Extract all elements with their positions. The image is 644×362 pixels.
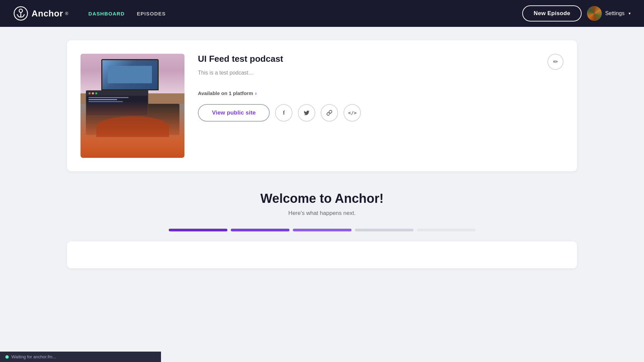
view-public-button[interactable]: View public site bbox=[198, 104, 270, 122]
nav-right: New Episode Settings ▾ bbox=[522, 5, 631, 21]
facebook-button[interactable]: f bbox=[275, 104, 292, 122]
link-button[interactable] bbox=[321, 104, 338, 122]
welcome-subtitle: Here's what happens next. bbox=[67, 210, 577, 217]
platform-text: Available on 1 platform bbox=[198, 90, 253, 96]
welcome-section: Welcome to Anchor! Here's what happens n… bbox=[67, 171, 577, 278]
navbar: Anchor ® DASHBOARD EPISODES New Episode … bbox=[0, 0, 644, 27]
status-dot bbox=[5, 355, 9, 359]
logo-registered: ® bbox=[65, 11, 68, 16]
facebook-icon: f bbox=[283, 110, 285, 116]
code-icon: </> bbox=[348, 110, 357, 116]
action-row: View public site f </> bbox=[198, 104, 564, 122]
avatar-image bbox=[587, 6, 602, 21]
welcome-title: Welcome to Anchor! bbox=[67, 191, 577, 206]
embed-button[interactable]: </> bbox=[343, 104, 361, 122]
logo[interactable]: Anchor ® bbox=[13, 6, 68, 21]
bottom-card bbox=[67, 241, 577, 268]
progress-steps bbox=[67, 229, 577, 231]
progress-step-3 bbox=[293, 229, 352, 231]
new-episode-button[interactable]: New Episode bbox=[522, 5, 582, 21]
nav-links: DASHBOARD EPISODES bbox=[89, 11, 509, 16]
progress-step-1 bbox=[169, 229, 227, 231]
podcast-description: This is a test podcast… bbox=[198, 69, 564, 77]
status-text: Waiting for anchor.fm... bbox=[11, 354, 56, 359]
settings-area[interactable]: Settings ▾ bbox=[587, 6, 631, 21]
platform-chevron-icon: › bbox=[255, 91, 257, 96]
progress-step-2 bbox=[231, 229, 289, 231]
main-content: ✏ UI Feed test podcast This is a test po… bbox=[0, 27, 644, 292]
chevron-down-icon: ▾ bbox=[629, 11, 631, 16]
twitter-icon bbox=[304, 110, 310, 116]
logo-text: Anchor bbox=[32, 8, 63, 19]
podcast-image bbox=[80, 54, 184, 158]
nav-episodes[interactable]: EPISODES bbox=[137, 11, 166, 16]
svg-point-1 bbox=[19, 9, 22, 12]
podcast-info: ✏ UI Feed test podcast This is a test po… bbox=[198, 54, 564, 122]
anchor-logo-icon bbox=[13, 6, 28, 21]
edit-button[interactable]: ✏ bbox=[547, 54, 564, 70]
avatar bbox=[587, 6, 602, 21]
link-icon bbox=[326, 110, 332, 116]
progress-step-5 bbox=[417, 229, 476, 231]
platform-link[interactable]: Available on 1 platform › bbox=[198, 90, 564, 96]
nav-dashboard[interactable]: DASHBOARD bbox=[89, 11, 125, 16]
settings-label: Settings bbox=[605, 10, 625, 16]
podcast-card: ✏ UI Feed test podcast This is a test po… bbox=[67, 40, 577, 171]
status-bar: Waiting for anchor.fm... bbox=[0, 352, 161, 362]
twitter-button[interactable] bbox=[298, 104, 315, 122]
progress-step-4 bbox=[355, 229, 414, 231]
edit-icon: ✏ bbox=[553, 58, 558, 65]
podcast-title: UI Feed test podcast bbox=[198, 54, 564, 64]
